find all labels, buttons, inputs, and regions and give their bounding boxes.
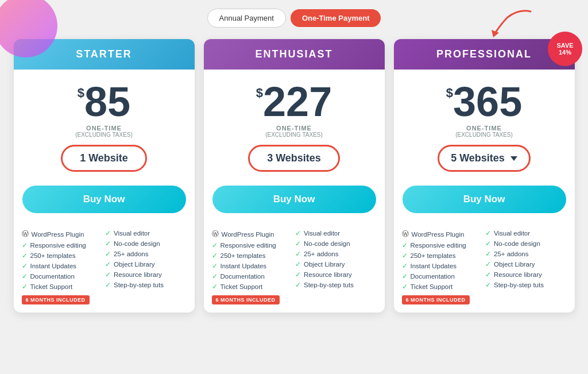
months-badge: 6 MONTHS INCLUDED [22, 295, 90, 304]
list-item: ✓25+ addons [295, 249, 377, 259]
list-item: ✓Documentation [402, 271, 483, 282]
list-item: ✓Ticket Support [212, 282, 293, 292]
price-amount-enthusiast: 227 [263, 81, 332, 122]
features-section-professional: ⓌWordPress Plugin✓Responsive editing✓250… [394, 222, 575, 313]
list-item: ✓Instant Updates [402, 261, 483, 271]
price-amount-professional: 365 [453, 81, 522, 122]
feature-label: Resource library [494, 271, 542, 278]
check-icon: ✓ [295, 240, 301, 248]
website-selector-starter: 1 Website [47, 145, 161, 172]
list-item: ✓Documentation [22, 271, 103, 282]
list-item: ✓Visual editor [485, 228, 567, 238]
feature-label: Responsive editing [411, 242, 466, 249]
feature-label: Instant Updates [30, 263, 77, 269]
list-item: ✓Resource library [295, 269, 377, 280]
list-item: ⓌWordPress Plugin [22, 228, 103, 240]
feature-label: Step-by-step tuts [304, 282, 354, 288]
feature-label: Step-by-step tuts [494, 282, 544, 288]
list-item: ⓌWordPress Plugin [402, 228, 483, 240]
check-icon: ✓ [22, 272, 28, 280]
buy-button-professional[interactable]: Buy Now [403, 186, 566, 213]
check-icon: ✓ [485, 260, 491, 268]
wordpress-icon: Ⓦ [22, 229, 29, 239]
check-icon: ✓ [105, 260, 111, 268]
check-icon: ✓ [485, 250, 491, 258]
list-item: ✓250+ templates [22, 250, 103, 261]
check-icon: ✓ [212, 262, 218, 270]
onetime-payment-button[interactable]: One-Time Payment [291, 9, 381, 27]
payment-toggle: Annual Payment One-Time Payment [0, 0, 588, 39]
check-icon: ✓ [295, 260, 301, 268]
price-dollar-enthusiast: $ [256, 86, 263, 101]
check-icon: ✓ [212, 272, 218, 280]
website-selector-professional[interactable]: 5 Websites [427, 145, 541, 172]
feature-label: Object Library [114, 261, 155, 268]
check-icon: ✓ [105, 271, 111, 279]
feature-label: Ticket Support [411, 283, 453, 290]
wordpress-icon: Ⓦ [212, 229, 219, 239]
save-badge: SAVE 14% [548, 32, 582, 66]
check-icon: ✓ [22, 262, 28, 270]
list-item: ✓Step-by-step tuts [485, 280, 567, 290]
feature-label: Ticket Support [30, 283, 73, 290]
list-item: ✓Responsive editing [402, 240, 483, 250]
price-tax-enthusiast: (EXCLUDING TAXES) [210, 132, 379, 138]
page-wrapper: SAVE 14% Annual Payment One-Time Payment… [0, 0, 588, 374]
feature-label: Instant Updates [411, 263, 457, 269]
feature-label: Step-by-step tuts [114, 282, 164, 288]
check-icon: ✓ [105, 229, 111, 237]
buy-button-starter[interactable]: Buy Now [22, 186, 186, 213]
price-dollar-starter: $ [78, 86, 84, 101]
check-icon: ✓ [485, 271, 491, 279]
website-badge-starter: 1 Website [61, 145, 147, 172]
months-badge: 6 MONTHS INCLUDED [402, 295, 470, 304]
price-type-professional: ONE-TIME [400, 125, 569, 132]
check-icon: ✓ [212, 283, 218, 291]
features-col2-enthusiast: ✓Visual editor✓No-code design✓25+ addons… [295, 228, 377, 304]
check-icon: ✓ [485, 240, 491, 248]
feature-label: Object Library [304, 261, 345, 268]
price-area-professional: $365ONE-TIME(EXCLUDING TAXES)5 Websites [394, 70, 575, 186]
feature-label: Documentation [30, 273, 75, 280]
wordpress-icon: Ⓦ [402, 229, 409, 239]
dropdown-arrow-icon-professional [510, 156, 517, 161]
save-badge-line2: 14% [559, 49, 571, 56]
list-item: ✓25+ addons [105, 249, 187, 259]
price-type-enthusiast: ONE-TIME [210, 125, 379, 132]
annual-payment-button[interactable]: Annual Payment [207, 9, 286, 28]
check-icon: ✓ [485, 229, 491, 237]
list-item: ✓250+ templates [212, 250, 293, 261]
list-item: ✓Responsive editing [22, 240, 103, 250]
list-item: ✓Responsive editing [212, 240, 293, 250]
pricing-card-enthusiast: ENTHUSIAST$227ONE-TIME(EXCLUDING TAXES)3… [204, 39, 385, 313]
list-item: ⓌWordPress Plugin [212, 228, 293, 240]
buy-button-enthusiast[interactable]: Buy Now [212, 186, 376, 213]
list-item: ✓Documentation [212, 271, 293, 282]
feature-label: 250+ templates [411, 252, 456, 259]
features-col1-professional: ⓌWordPress Plugin✓Responsive editing✓250… [402, 228, 483, 304]
list-item: ✓Object Library [485, 259, 567, 269]
website-label-professional: 5 Websites [451, 152, 505, 164]
list-item: ✓25+ addons [485, 249, 567, 259]
price-area-enthusiast: $227ONE-TIME(EXCLUDING TAXES)3 Websites [204, 70, 385, 186]
feature-label: Documentation [411, 273, 455, 280]
features-section-starter: ⓌWordPress Plugin✓Responsive editing✓250… [14, 222, 195, 313]
website-dropdown-professional[interactable]: 5 Websites [438, 145, 531, 172]
list-item: ✓Visual editor [295, 228, 377, 238]
feature-label: 25+ addons [304, 250, 338, 257]
list-item: ✓250+ templates [402, 250, 483, 261]
check-icon: ✓ [295, 229, 301, 237]
website-badge-enthusiast: 3 Websites [248, 145, 340, 172]
list-item: ✓Ticket Support [22, 282, 103, 292]
feature-label: 25+ addons [114, 250, 148, 257]
list-item: ✓Resource library [105, 269, 187, 280]
feature-label: WordPress Plugin [222, 231, 274, 238]
features-col1-enthusiast: ⓌWordPress Plugin✓Responsive editing✓250… [212, 228, 293, 304]
card-header-enthusiast: ENTHUSIAST [204, 39, 385, 70]
save-badge-line1: SAVE [556, 42, 573, 49]
features-section-enthusiast: ⓌWordPress Plugin✓Responsive editing✓250… [204, 222, 385, 313]
price-tax-professional: (EXCLUDING TAXES) [400, 132, 569, 138]
feature-label: Documentation [220, 273, 265, 280]
feature-label: Resource library [114, 271, 162, 278]
pricing-card-starter: STARTER$85ONE-TIME(EXCLUDING TAXES)1 Web… [14, 39, 195, 313]
